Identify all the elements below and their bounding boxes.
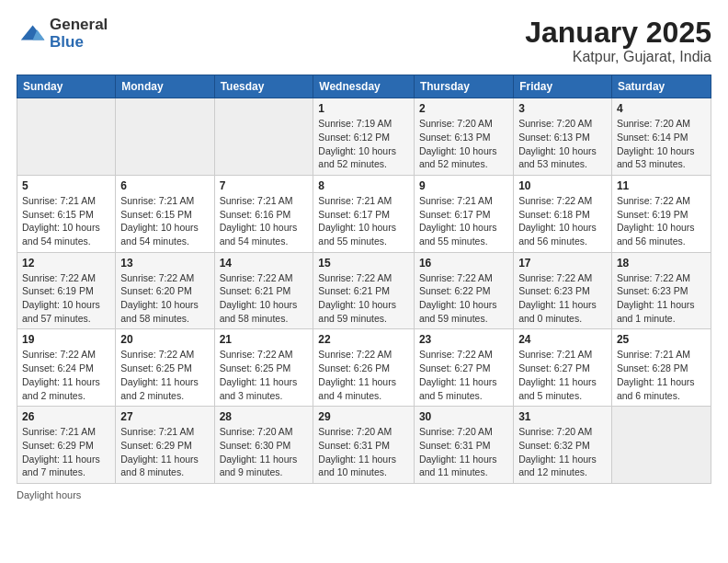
day-number: 10 bbox=[518, 179, 607, 192]
calendar-week-0: 1Sunrise: 7:19 AM Sunset: 6:12 PM Daylig… bbox=[17, 98, 711, 176]
calendar-cell: 20Sunrise: 7:22 AM Sunset: 6:25 PM Dayli… bbox=[116, 329, 214, 407]
day-number: 6 bbox=[120, 179, 209, 192]
day-info: Sunrise: 7:21 AM Sunset: 6:15 PM Dayligh… bbox=[120, 194, 209, 248]
weekday-saturday: Saturday bbox=[611, 75, 711, 98]
calendar-cell: 15Sunrise: 7:22 AM Sunset: 6:21 PM Dayli… bbox=[313, 252, 415, 329]
calendar-cell: 31Sunrise: 7:20 AM Sunset: 6:32 PM Dayli… bbox=[514, 407, 612, 484]
weekday-friday: Friday bbox=[514, 75, 612, 98]
calendar-week-2: 12Sunrise: 7:22 AM Sunset: 6:19 PM Dayli… bbox=[17, 252, 711, 329]
day-info: Sunrise: 7:21 AM Sunset: 6:17 PM Dayligh… bbox=[318, 194, 409, 248]
weekday-thursday: Thursday bbox=[414, 75, 513, 98]
day-info: Sunrise: 7:22 AM Sunset: 6:19 PM Dayligh… bbox=[617, 194, 706, 248]
day-number: 23 bbox=[419, 333, 508, 346]
calendar-cell: 13Sunrise: 7:22 AM Sunset: 6:20 PM Dayli… bbox=[116, 252, 214, 329]
calendar-cell: 12Sunrise: 7:22 AM Sunset: 6:19 PM Dayli… bbox=[17, 252, 116, 329]
day-info: Sunrise: 7:21 AM Sunset: 6:15 PM Dayligh… bbox=[22, 194, 110, 248]
day-number: 16 bbox=[419, 257, 508, 270]
day-info: Sunrise: 7:20 AM Sunset: 6:14 PM Dayligh… bbox=[617, 117, 706, 171]
day-info: Sunrise: 7:22 AM Sunset: 6:24 PM Dayligh… bbox=[22, 348, 110, 402]
logo-blue: Blue bbox=[50, 34, 108, 52]
day-info: Sunrise: 7:22 AM Sunset: 6:23 PM Dayligh… bbox=[518, 271, 607, 326]
day-info: Sunrise: 7:20 AM Sunset: 6:13 PM Dayligh… bbox=[518, 117, 607, 171]
calendar-table: Sunday Monday Tuesday Wednesday Thursday… bbox=[17, 75, 711, 484]
day-info: Sunrise: 7:20 AM Sunset: 6:31 PM Dayligh… bbox=[419, 425, 508, 479]
day-info: Sunrise: 7:21 AM Sunset: 6:29 PM Dayligh… bbox=[120, 425, 209, 479]
day-info: Sunrise: 7:22 AM Sunset: 6:25 PM Dayligh… bbox=[120, 348, 209, 402]
day-info: Sunrise: 7:22 AM Sunset: 6:21 PM Dayligh… bbox=[318, 271, 409, 326]
footer: Daylight hours bbox=[17, 489, 711, 500]
calendar-week-3: 19Sunrise: 7:22 AM Sunset: 6:24 PM Dayli… bbox=[17, 329, 711, 407]
calendar-body: 1Sunrise: 7:19 AM Sunset: 6:12 PM Daylig… bbox=[17, 98, 711, 484]
day-info: Sunrise: 7:22 AM Sunset: 6:23 PM Dayligh… bbox=[617, 271, 706, 326]
calendar-cell: 9Sunrise: 7:21 AM Sunset: 6:17 PM Daylig… bbox=[414, 175, 513, 252]
day-number: 29 bbox=[318, 410, 409, 423]
day-info: Sunrise: 7:22 AM Sunset: 6:21 PM Dayligh… bbox=[220, 271, 309, 326]
day-number: 1 bbox=[318, 102, 409, 115]
day-number: 20 bbox=[120, 333, 209, 346]
day-number: 3 bbox=[518, 102, 607, 115]
calendar-cell: 2Sunrise: 7:20 AM Sunset: 6:13 PM Daylig… bbox=[414, 98, 513, 176]
calendar-cell bbox=[214, 98, 313, 176]
calendar-cell: 8Sunrise: 7:21 AM Sunset: 6:17 PM Daylig… bbox=[313, 175, 415, 252]
calendar-cell: 30Sunrise: 7:20 AM Sunset: 6:31 PM Dayli… bbox=[414, 407, 513, 484]
calendar-cell: 10Sunrise: 7:22 AM Sunset: 6:18 PM Dayli… bbox=[514, 175, 612, 252]
weekday-sunday: Sunday bbox=[17, 75, 116, 98]
calendar-cell: 23Sunrise: 7:22 AM Sunset: 6:27 PM Dayli… bbox=[414, 329, 513, 407]
day-info: Sunrise: 7:20 AM Sunset: 6:13 PM Dayligh… bbox=[419, 117, 508, 171]
day-number: 28 bbox=[220, 410, 309, 423]
calendar-week-4: 26Sunrise: 7:21 AM Sunset: 6:29 PM Dayli… bbox=[17, 407, 711, 484]
day-info: Sunrise: 7:21 AM Sunset: 6:17 PM Dayligh… bbox=[419, 194, 508, 248]
day-info: Sunrise: 7:21 AM Sunset: 6:16 PM Dayligh… bbox=[220, 194, 309, 248]
calendar-cell: 4Sunrise: 7:20 AM Sunset: 6:14 PM Daylig… bbox=[611, 98, 711, 176]
day-number: 24 bbox=[518, 333, 607, 346]
day-info: Sunrise: 7:22 AM Sunset: 6:27 PM Dayligh… bbox=[419, 348, 508, 402]
day-number: 21 bbox=[220, 333, 309, 346]
page: General Blue January 2025 Katpur, Gujara… bbox=[0, 0, 728, 563]
calendar-cell: 26Sunrise: 7:21 AM Sunset: 6:29 PM Dayli… bbox=[17, 407, 116, 484]
day-info: Sunrise: 7:21 AM Sunset: 6:28 PM Dayligh… bbox=[617, 348, 706, 402]
calendar-header: Sunday Monday Tuesday Wednesday Thursday… bbox=[17, 75, 711, 98]
calendar-cell: 19Sunrise: 7:22 AM Sunset: 6:24 PM Dayli… bbox=[17, 329, 116, 407]
calendar-cell: 11Sunrise: 7:22 AM Sunset: 6:19 PM Dayli… bbox=[611, 175, 711, 252]
calendar-cell: 14Sunrise: 7:22 AM Sunset: 6:21 PM Dayli… bbox=[214, 252, 313, 329]
calendar-cell: 16Sunrise: 7:22 AM Sunset: 6:22 PM Dayli… bbox=[414, 252, 513, 329]
calendar-cell bbox=[17, 98, 116, 176]
calendar-cell: 3Sunrise: 7:20 AM Sunset: 6:13 PM Daylig… bbox=[514, 98, 612, 176]
day-number: 4 bbox=[617, 102, 706, 115]
day-info: Sunrise: 7:22 AM Sunset: 6:25 PM Dayligh… bbox=[220, 348, 309, 402]
calendar-cell: 18Sunrise: 7:22 AM Sunset: 6:23 PM Dayli… bbox=[611, 252, 711, 329]
day-info: Sunrise: 7:20 AM Sunset: 6:32 PM Dayligh… bbox=[518, 425, 607, 479]
calendar-cell: 22Sunrise: 7:22 AM Sunset: 6:26 PM Dayli… bbox=[313, 329, 415, 407]
day-number: 26 bbox=[22, 410, 110, 423]
calendar-cell: 7Sunrise: 7:21 AM Sunset: 6:16 PM Daylig… bbox=[214, 175, 313, 252]
calendar-title: January 2025 bbox=[525, 17, 711, 49]
day-number: 15 bbox=[318, 257, 409, 270]
calendar-cell bbox=[611, 407, 711, 484]
calendar-cell: 29Sunrise: 7:20 AM Sunset: 6:31 PM Dayli… bbox=[313, 407, 415, 484]
day-number: 22 bbox=[318, 333, 409, 346]
day-info: Sunrise: 7:22 AM Sunset: 6:20 PM Dayligh… bbox=[120, 271, 209, 326]
day-number: 7 bbox=[220, 179, 309, 192]
calendar-cell: 5Sunrise: 7:21 AM Sunset: 6:15 PM Daylig… bbox=[17, 175, 116, 252]
calendar-cell: 28Sunrise: 7:20 AM Sunset: 6:30 PM Dayli… bbox=[214, 407, 313, 484]
day-info: Sunrise: 7:22 AM Sunset: 6:22 PM Dayligh… bbox=[419, 271, 508, 326]
calendar-subtitle: Katpur, Gujarat, India bbox=[525, 49, 711, 65]
day-info: Sunrise: 7:20 AM Sunset: 6:30 PM Dayligh… bbox=[220, 425, 309, 479]
day-number: 17 bbox=[518, 257, 607, 270]
day-number: 2 bbox=[419, 102, 508, 115]
logo: General Blue bbox=[17, 17, 108, 51]
day-info: Sunrise: 7:19 AM Sunset: 6:12 PM Dayligh… bbox=[318, 117, 409, 171]
day-number: 13 bbox=[120, 257, 209, 270]
calendar-cell: 24Sunrise: 7:21 AM Sunset: 6:27 PM Dayli… bbox=[514, 329, 612, 407]
weekday-tuesday: Tuesday bbox=[214, 75, 313, 98]
day-number: 31 bbox=[518, 410, 607, 423]
calendar-cell: 27Sunrise: 7:21 AM Sunset: 6:29 PM Dayli… bbox=[116, 407, 214, 484]
calendar-cell: 17Sunrise: 7:22 AM Sunset: 6:23 PM Dayli… bbox=[514, 252, 612, 329]
calendar-week-1: 5Sunrise: 7:21 AM Sunset: 6:15 PM Daylig… bbox=[17, 175, 711, 252]
calendar-cell: 6Sunrise: 7:21 AM Sunset: 6:15 PM Daylig… bbox=[116, 175, 214, 252]
title-block: January 2025 Katpur, Gujarat, India bbox=[525, 17, 711, 65]
calendar-cell: 21Sunrise: 7:22 AM Sunset: 6:25 PM Dayli… bbox=[214, 329, 313, 407]
day-number: 27 bbox=[120, 410, 209, 423]
logo-general: General bbox=[50, 17, 108, 34]
day-info: Sunrise: 7:22 AM Sunset: 6:18 PM Dayligh… bbox=[518, 194, 607, 248]
